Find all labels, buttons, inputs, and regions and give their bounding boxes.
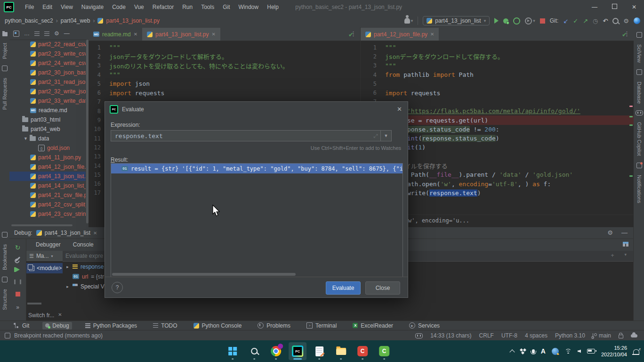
debug-session-tab[interactable]: part4_13_json_list ✕ — [36, 230, 97, 236]
taskbar-app-search[interactable] — [245, 342, 263, 360]
frames-scrollbar[interactable] — [27, 303, 41, 304]
menu-item-tools[interactable]: Tools — [197, 4, 218, 10]
undo-button[interactable]: ↶ — [603, 18, 608, 24]
tree-item[interactable]: part4_23_csv_string_io.py — [9, 209, 86, 219]
volume-icon[interactable] — [578, 350, 581, 353]
frame-row[interactable]: <module> — [26, 263, 63, 273]
result-row[interactable]: 01 result = {str} '[{"id": 1, "metal_typ… — [111, 164, 402, 173]
tree-item[interactable]: part2_31_read_json.py — [9, 77, 86, 87]
search-everywhere-icon[interactable] — [612, 18, 619, 24]
notifications-bell-icon[interactable] — [636, 163, 642, 168]
expression-history-dropdown[interactable]: ▼ — [380, 131, 391, 141]
lock-icon[interactable] — [619, 335, 623, 338]
github-copilot-icon[interactable] — [636, 110, 643, 115]
tree-item[interactable]: part2_23_write_csv_list.py — [9, 49, 86, 58]
code-line[interactable]: 3""" — [361, 61, 634, 70]
tool-window-button-project[interactable]: Project — [2, 43, 8, 59]
code-line[interactable]: 4""" — [89, 70, 360, 79]
code-line[interactable]: 3jsonのリストを受け取るとしても、特にやることは変わらない。 — [89, 61, 360, 70]
tab-close-icon[interactable]: ✕ — [134, 32, 137, 37]
tool-window-button-pull-requests[interactable]: Pull Requests — [2, 78, 8, 110]
debug-hide-icon[interactable]: — — [621, 229, 628, 236]
tree-item[interactable]: ▼data — [9, 134, 86, 143]
taskbar-app-pycharm[interactable]: PC — [289, 342, 306, 360]
stop-icon[interactable] — [16, 292, 20, 296]
taskbar-app-start[interactable] — [224, 342, 242, 360]
tool-button-git[interactable]: Git — [12, 322, 32, 329]
tool-button-python-console[interactable]: Python Console — [191, 322, 245, 329]
run-button[interactable] — [494, 18, 499, 24]
more-actions-icon[interactable]: » — [16, 304, 19, 311]
thread-selector[interactable]: ☰ Ma... ▾ — [26, 251, 63, 261]
hide-panel-icon[interactable]: — — [64, 30, 70, 37]
run-configuration-select[interactable]: part4_13_json_list ▾ — [423, 16, 490, 25]
close-button[interactable]: Close — [365, 281, 400, 295]
editor-tab[interactable]: MDreadme.md✕ — [89, 28, 142, 41]
tool-button-services[interactable]: ▶Services — [406, 322, 443, 329]
status-segment[interactable]: 4 spaces — [525, 332, 547, 339]
menu-item-view[interactable]: View — [56, 4, 77, 10]
code-line[interactable]: 2jsonデータをダウンロードして保存する。 — [361, 52, 634, 61]
ime-mode-indicator[interactable]: A — [541, 347, 546, 355]
tool-window-button-github-copilot[interactable]: GitHub Copilot — [636, 122, 642, 156]
collapse-all-icon[interactable] — [44, 32, 49, 36]
menu-item-file[interactable]: File — [21, 4, 38, 10]
tool-button-terminal[interactable]: >Terminal — [304, 322, 339, 329]
tool-button-excelreader[interactable]: XExcelReader — [350, 322, 396, 329]
menu-item-help[interactable]: Help — [263, 4, 283, 10]
profiler-button[interactable] — [513, 17, 520, 25]
notification-bell-icon[interactable]: z — [633, 349, 639, 354]
expand-field-icon[interactable]: ⤢ — [373, 133, 378, 139]
pause-icon[interactable] — [14, 280, 21, 284]
tool-window-button-notifications[interactable]: Notifications — [636, 175, 642, 203]
taskbar-app-chrome[interactable] — [267, 342, 285, 360]
settings-gear-icon[interactable]: ⚙ — [623, 18, 629, 24]
tree-item[interactable]: part4_22_csv_split_lines.py — [9, 200, 86, 209]
chevron-right-icon[interactable]: ▸ — [65, 284, 70, 289]
menu-item-window[interactable]: Window — [234, 4, 263, 10]
git-update-button[interactable]: ↙ — [563, 18, 568, 24]
tree-item[interactable]: part2_24_write_csv_dict.py — [9, 58, 86, 68]
add-watch-icon[interactable]: + — [611, 252, 614, 259]
editor-tab[interactable]: part4_12_json_file.py✕ — [361, 28, 439, 41]
result-panel[interactable]: 01 result = {str} '[{"id": 1, "metal_typ… — [111, 163, 403, 277]
structure-icon[interactable] — [2, 277, 8, 282]
sciview-icon[interactable] — [636, 32, 642, 38]
status-segment[interactable]: UTF-8 — [501, 332, 517, 339]
tree-item[interactable]: part4_21_csv_file.py — [9, 190, 86, 200]
tool-button-python-packages[interactable]: Python Packages — [82, 322, 140, 329]
tree-item[interactable]: part2_32_write_json.py — [9, 87, 86, 96]
bookmarks-icon[interactable] — [2, 232, 8, 238]
code-line[interactable]: 4from pathlib import Path — [361, 70, 634, 79]
chevron-down-icon[interactable]: ▾ — [624, 252, 627, 259]
evaluate-button[interactable]: Evaluate — [326, 281, 361, 295]
tool-window-button-bookmarks[interactable]: Bookmarks — [2, 244, 8, 270]
git-branch-widget[interactable]: main — [593, 332, 611, 339]
chevron-right-icon[interactable]: ▸ — [65, 264, 70, 269]
menu-item-vue[interactable]: Vue — [130, 4, 148, 10]
git-push-button[interactable]: ↗ — [583, 18, 588, 24]
chevron-expanded-icon[interactable]: ▼ — [24, 136, 27, 141]
code-line[interactable]: 2jsonデータをダウンロードして解析する。 — [89, 52, 360, 61]
battery-icon[interactable] — [587, 349, 595, 354]
tool-window-button-database[interactable]: Database — [636, 82, 642, 104]
resume-icon[interactable] — [16, 267, 20, 272]
code-line[interactable]: 1""" — [361, 43, 634, 52]
database-icon[interactable] — [636, 69, 642, 75]
rerun-icon[interactable]: ↻ — [15, 244, 21, 251]
tree-item[interactable]: part04_web — [9, 124, 86, 134]
tree-item[interactable]: part4_12_json_file.py — [9, 162, 86, 172]
project-folder-icon[interactable] — [2, 32, 8, 36]
code-line[interactable]: 6import requests — [89, 88, 360, 97]
tool-window-button-sciview[interactable]: SciView — [636, 44, 642, 63]
microphone-icon[interactable] — [532, 349, 535, 354]
menu-item-navigate[interactable]: Navigate — [77, 4, 108, 10]
minimize-button[interactable]: — — [585, 4, 604, 10]
git-commit-button[interactable]: ✓ — [573, 18, 578, 24]
code-line[interactable]: 1""" — [89, 43, 360, 52]
tool-window-button-structure[interactable]: Structure — [2, 289, 8, 310]
wifi-icon[interactable] — [565, 349, 572, 354]
tray-expand-chevron-icon[interactable] — [509, 349, 515, 354]
project-horizontal-scrollbar[interactable] — [11, 224, 72, 226]
taskbar-app-explorer[interactable] — [332, 342, 350, 360]
